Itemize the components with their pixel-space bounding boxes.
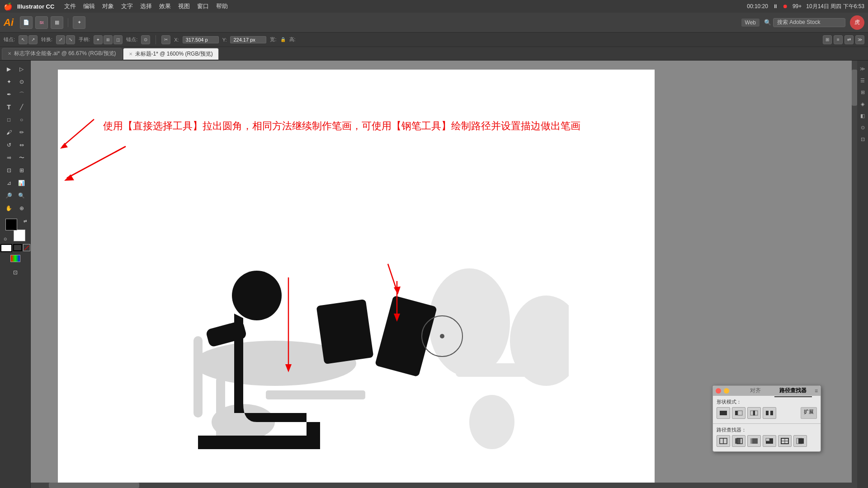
right-panel-btn-7[interactable]: ⊡	[858, 135, 867, 144]
zoom-out-tool[interactable]: 🔍	[16, 190, 28, 202]
minus-back-btn[interactable]	[793, 435, 807, 447]
menu-file[interactable]: 文件	[64, 2, 76, 10]
vscrollbar[interactable]	[852, 61, 857, 488]
type-tool[interactable]: T	[3, 101, 15, 113]
vscroll-thumb[interactable]	[852, 70, 857, 106]
hand-tool[interactable]: ✋	[3, 202, 15, 214]
templates-button[interactable]: St	[35, 16, 48, 29]
right-panel-btn-6[interactable]: ⊙	[858, 123, 867, 132]
fill-btn[interactable]	[0, 244, 12, 252]
merge-btn[interactable]	[747, 435, 761, 447]
anchor-dir-btn[interactable]: ↗	[28, 35, 38, 44]
apple-menu[interactable]: 🍎	[4, 2, 13, 11]
color-mode-btn[interactable]	[10, 255, 20, 262]
menu-window[interactable]: 窗口	[197, 2, 209, 10]
workspace-button[interactable]: ▦	[51, 16, 63, 29]
zoom-in-tool[interactable]: 🔎	[3, 190, 15, 202]
artboard-tool[interactable]: ⊡	[9, 267, 21, 278]
prop-btn-cut[interactable]: ✂	[161, 35, 170, 44]
rectangle-tool[interactable]: □	[3, 114, 15, 126]
reflect-tool[interactable]: ⇔	[16, 139, 28, 151]
free-transform-tool[interactable]: ⊡	[3, 164, 15, 176]
unite-btn[interactable]	[717, 407, 730, 419]
hscroll-thumb[interactable]	[49, 483, 139, 488]
background-color-swatch[interactable]	[14, 230, 25, 241]
default-colors-btn[interactable]: ⊙	[4, 237, 7, 241]
hscrollbar[interactable]	[31, 483, 852, 488]
tab-1[interactable]: ✕ 标志字体全能备.ai* @ 66.67% (RGB/预览)	[2, 48, 122, 60]
menu-effect[interactable]: 效果	[159, 2, 171, 10]
line-tool[interactable]: ╱	[16, 101, 28, 113]
anchor2-btn[interactable]: ⊙	[141, 35, 150, 44]
new-doc-button[interactable]: 📄	[20, 16, 33, 29]
crop-btn[interactable]	[763, 435, 776, 447]
pathfinder-menu-btn[interactable]: ≡	[815, 388, 818, 394]
convert-btn2[interactable]: ⤡	[66, 35, 75, 44]
y-field[interactable]: 224.17 px	[230, 36, 266, 43]
handle-btn3[interactable]: ◫	[113, 35, 123, 44]
arrange-objects-btn[interactable]: ⊞	[823, 35, 832, 44]
handle-btn1[interactable]: ✦	[94, 35, 103, 44]
width-tool[interactable]: ⥤	[3, 152, 15, 164]
right-panel-btn-4[interactable]: ◈	[858, 99, 867, 108]
menu-help[interactable]: 帮助	[216, 2, 228, 10]
handle-btn2[interactable]: ⊞	[104, 35, 113, 44]
zoom-tool[interactable]: ⊕	[16, 202, 28, 214]
menu-select[interactable]: 选择	[140, 2, 152, 10]
convert-btn1[interactable]: ⤢	[56, 35, 65, 44]
right-panel-btn-2[interactable]: ☰	[858, 76, 867, 85]
anchor-corner-btn[interactable]: ↖	[19, 35, 28, 44]
intersect-btn[interactable]	[747, 407, 761, 419]
user-avatar[interactable]: 虎	[850, 15, 864, 30]
workspace-web[interactable]: Web	[741, 19, 760, 27]
foreground-color-swatch[interactable]	[5, 219, 17, 230]
right-panel-btn-1[interactable]: ≫	[858, 64, 867, 73]
pathfinder-close-btn[interactable]	[716, 388, 721, 394]
paint-brush-tool[interactable]: 🖌	[3, 127, 15, 138]
transform-objects-btn[interactable]: ⇄	[844, 35, 854, 44]
rotate-tool[interactable]: ↺	[3, 139, 15, 151]
arrange-button[interactable]: ✦	[73, 16, 85, 29]
fill-stroke-area	[0, 244, 30, 252]
warp-tool[interactable]: 〜	[16, 152, 28, 164]
menu-edit[interactable]: 编辑	[83, 2, 95, 10]
notifications-badge[interactable]: 99+	[793, 3, 802, 9]
outline-btn[interactable]	[778, 435, 792, 447]
right-panel-btn-5[interactable]: ◧	[858, 111, 867, 120]
right-panel-btn-3[interactable]: ⊞	[858, 88, 867, 97]
expand-btn[interactable]: 扩展	[801, 407, 817, 419]
swap-colors-btn[interactable]: ⇄	[24, 219, 27, 223]
direct-selection-tool[interactable]: ▷	[16, 63, 28, 75]
menu-text[interactable]: 文字	[121, 2, 133, 10]
trim-btn[interactable]	[732, 435, 745, 447]
pencil-tool[interactable]: ✏	[16, 127, 28, 138]
menu-object[interactable]: 对象	[102, 2, 114, 10]
tab-1-close[interactable]: ✕	[8, 51, 11, 56]
menu-view[interactable]: 视图	[178, 2, 190, 10]
expand-btn[interactable]: ≫	[855, 35, 864, 44]
stroke-btn[interactable]	[13, 244, 22, 251]
chart-tool[interactable]: 📊	[16, 177, 28, 189]
curvature-tool[interactable]: ⌒	[16, 89, 28, 100]
minus-front-btn[interactable]	[732, 407, 745, 419]
lock-proportions-btn[interactable]: 🔒	[280, 37, 286, 42]
ellipse-tool[interactable]: ○	[16, 114, 28, 126]
lasso-tool[interactable]: ⊙	[16, 76, 28, 88]
exclude-btn[interactable]	[763, 407, 776, 419]
tab-2[interactable]: ✕ 未标题-1* @ 1600% (RGB/预览)	[123, 48, 219, 60]
tab-2-close[interactable]: ✕	[129, 52, 132, 56]
search-input[interactable]	[773, 18, 845, 27]
x-field[interactable]: 317.504 p	[183, 36, 219, 43]
shape-builder-tool[interactable]: ⊞	[16, 164, 28, 176]
artwork-svg[interactable]	[117, 169, 569, 485]
perspective-grid-tool[interactable]: ⊿	[3, 177, 15, 189]
divide-btn[interactable]	[717, 435, 730, 447]
tab-pathfinder[interactable]: 路径查找器	[774, 385, 812, 397]
align-objects-btn[interactable]: ≡	[834, 35, 843, 44]
magic-wand-tool[interactable]: ✦	[3, 76, 15, 88]
selection-tool[interactable]: ▶	[3, 63, 15, 75]
pen-tool[interactable]: ✒	[3, 89, 15, 100]
tab-align[interactable]: 对齐	[736, 385, 774, 397]
pathfinder-minimize-btn[interactable]	[724, 388, 729, 394]
none-btn[interactable]	[23, 244, 30, 251]
